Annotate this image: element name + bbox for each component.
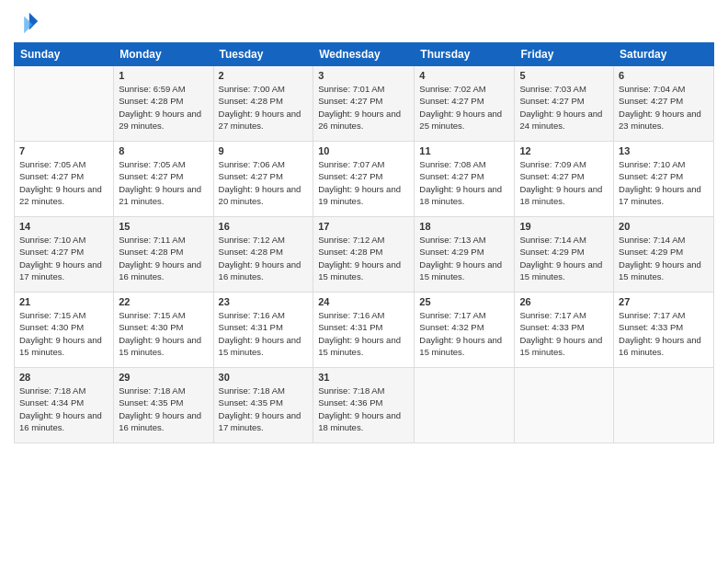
sunrise: Sunrise: 7:05 AM (119, 159, 185, 169)
day-of-week-header: Thursday (415, 43, 515, 66)
logo-icon (14, 9, 40, 35)
sunset: Sunset: 4:28 PM (219, 247, 283, 257)
calendar-day-cell: 9Sunrise: 7:06 AMSunset: 4:27 PMDaylight… (213, 142, 313, 217)
day-info: Sunrise: 7:18 AMSunset: 4:35 PMDaylight:… (219, 385, 309, 433)
sunrise: Sunrise: 7:18 AM (119, 385, 185, 396)
daylight: Daylight: 9 hours and 16 minutes. (619, 335, 701, 357)
daylight: Daylight: 9 hours and 15 minutes. (19, 335, 102, 357)
calendar-day-cell: 22Sunrise: 7:15 AMSunset: 4:30 PMDayligh… (114, 293, 213, 368)
calendar-day-cell: 14Sunrise: 7:10 AMSunset: 4:27 PMDayligh… (15, 217, 114, 293)
calendar-day-cell: 15Sunrise: 7:11 AMSunset: 4:28 PMDayligh… (114, 217, 213, 293)
page: SundayMondayTuesdayWednesdayThursdayFrid… (0, 0, 728, 563)
calendar-day-cell: 27Sunrise: 7:17 AMSunset: 4:33 PMDayligh… (614, 293, 714, 368)
sunset: Sunset: 4:27 PM (419, 96, 483, 106)
day-info: Sunrise: 7:14 AMSunset: 4:29 PMDaylight:… (619, 234, 709, 282)
sunrise: Sunrise: 7:03 AM (519, 84, 586, 94)
day-info: Sunrise: 7:05 AMSunset: 4:27 PMDaylight:… (19, 158, 108, 207)
day-number: 30 (219, 372, 309, 383)
sunset: Sunset: 4:27 PM (318, 171, 382, 181)
day-number: 1 (119, 70, 208, 81)
calendar-day-cell (515, 368, 614, 443)
calendar-day-cell: 3Sunrise: 7:01 AMSunset: 4:27 PMDaylight… (313, 66, 415, 142)
sunrise: Sunrise: 7:07 AM (318, 159, 384, 169)
daylight: Daylight: 9 hours and 16 minutes. (219, 259, 301, 282)
daylight: Daylight: 9 hours and 18 minutes. (419, 184, 502, 206)
daylight: Daylight: 9 hours and 15 minutes. (519, 335, 602, 357)
daylight: Daylight: 9 hours and 22 minutes. (19, 184, 102, 206)
calendar-day-cell: 1Sunrise: 6:59 AMSunset: 4:28 PMDaylight… (114, 66, 213, 142)
day-of-week-header: Tuesday (213, 43, 313, 66)
calendar-day-cell: 21Sunrise: 7:15 AMSunset: 4:30 PMDayligh… (15, 293, 114, 368)
calendar-day-cell: 28Sunrise: 7:18 AMSunset: 4:34 PMDayligh… (15, 368, 114, 443)
day-number: 4 (419, 70, 509, 81)
sunrise: Sunrise: 7:18 AM (19, 385, 85, 396)
calendar-day-cell: 23Sunrise: 7:16 AMSunset: 4:31 PMDayligh… (213, 293, 313, 368)
sunset: Sunset: 4:30 PM (19, 322, 84, 332)
calendar-week-row: 1Sunrise: 6:59 AMSunset: 4:28 PMDaylight… (15, 66, 714, 142)
day-number: 5 (519, 70, 609, 81)
day-info: Sunrise: 7:05 AMSunset: 4:27 PMDaylight:… (119, 158, 208, 207)
daylight: Daylight: 9 hours and 17 minutes. (619, 184, 701, 206)
daylight: Daylight: 9 hours and 29 minutes. (119, 109, 201, 131)
daylight: Daylight: 9 hours and 17 minutes. (19, 259, 102, 282)
sunset: Sunset: 4:35 PM (119, 397, 183, 408)
sunset: Sunset: 4:28 PM (219, 96, 283, 106)
sunset: Sunset: 4:29 PM (419, 247, 483, 257)
sunrise: Sunrise: 7:00 AM (219, 84, 285, 94)
calendar-day-cell (614, 368, 714, 443)
calendar-day-cell: 24Sunrise: 7:16 AMSunset: 4:31 PMDayligh… (313, 293, 415, 368)
daylight: Daylight: 9 hours and 18 minutes. (519, 184, 602, 206)
sunrise: Sunrise: 7:01 AM (318, 84, 384, 94)
calendar-header: SundayMondayTuesdayWednesdayThursdayFrid… (15, 43, 714, 66)
sunset: Sunset: 4:27 PM (519, 96, 584, 106)
calendar-day-cell: 16Sunrise: 7:12 AMSunset: 4:28 PMDayligh… (213, 217, 313, 293)
daylight: Daylight: 9 hours and 15 minutes. (318, 259, 401, 282)
sunrise: Sunrise: 7:13 AM (419, 235, 485, 245)
sunset: Sunset: 4:29 PM (519, 247, 584, 257)
day-info: Sunrise: 7:16 AMSunset: 4:31 PMDaylight:… (318, 309, 409, 358)
sunset: Sunset: 4:27 PM (318, 96, 382, 106)
day-number: 27 (619, 296, 709, 307)
daylight: Daylight: 9 hours and 25 minutes. (419, 109, 502, 131)
day-info: Sunrise: 7:16 AMSunset: 4:31 PMDaylight:… (219, 309, 309, 358)
sunrise: Sunrise: 7:11 AM (119, 235, 185, 245)
day-number: 15 (119, 221, 208, 232)
sunset: Sunset: 4:29 PM (619, 247, 683, 257)
day-info: Sunrise: 7:17 AMSunset: 4:32 PMDaylight:… (419, 309, 509, 358)
calendar-day-cell: 7Sunrise: 7:05 AMSunset: 4:27 PMDaylight… (15, 142, 114, 217)
day-info: Sunrise: 7:11 AMSunset: 4:28 PMDaylight:… (119, 234, 208, 282)
sunrise: Sunrise: 7:14 AM (619, 235, 685, 245)
sunrise: Sunrise: 7:14 AM (519, 235, 586, 245)
sunset: Sunset: 4:28 PM (119, 96, 183, 106)
day-number: 6 (619, 70, 709, 81)
daylight: Daylight: 9 hours and 15 minutes. (619, 259, 701, 282)
day-number: 12 (519, 145, 609, 156)
sunrise: Sunrise: 7:08 AM (419, 159, 485, 169)
sunrise: Sunrise: 7:10 AM (619, 159, 685, 169)
sunset: Sunset: 4:30 PM (119, 322, 183, 332)
daylight: Daylight: 9 hours and 26 minutes. (318, 109, 401, 131)
calendar-day-cell: 11Sunrise: 7:08 AMSunset: 4:27 PMDayligh… (415, 142, 515, 217)
calendar-week-row: 14Sunrise: 7:10 AMSunset: 4:27 PMDayligh… (15, 217, 714, 293)
daylight: Daylight: 9 hours and 15 minutes. (219, 335, 301, 357)
day-info: Sunrise: 7:03 AMSunset: 4:27 PMDaylight:… (519, 83, 609, 132)
calendar-day-cell: 29Sunrise: 7:18 AMSunset: 4:35 PMDayligh… (114, 368, 213, 443)
day-number: 28 (19, 372, 108, 383)
day-info: Sunrise: 7:10 AMSunset: 4:27 PMDaylight:… (19, 234, 108, 282)
sunrise: Sunrise: 7:16 AM (219, 310, 285, 320)
calendar-day-cell (15, 66, 114, 142)
calendar-day-cell (415, 368, 515, 443)
day-info: Sunrise: 7:04 AMSunset: 4:27 PMDaylight:… (619, 83, 709, 132)
daylight: Daylight: 9 hours and 20 minutes. (219, 184, 301, 206)
sunset: Sunset: 4:33 PM (519, 322, 584, 332)
day-number: 14 (19, 221, 108, 232)
sunset: Sunset: 4:27 PM (619, 96, 683, 106)
day-number: 2 (219, 70, 309, 81)
day-info: Sunrise: 6:59 AMSunset: 4:28 PMDaylight:… (119, 83, 208, 132)
sunrise: Sunrise: 7:17 AM (519, 310, 586, 320)
daylight: Daylight: 9 hours and 17 minutes. (219, 410, 301, 432)
daylight: Daylight: 9 hours and 24 minutes. (519, 109, 602, 131)
sunrise: Sunrise: 7:16 AM (318, 310, 384, 320)
sunrise: Sunrise: 7:18 AM (318, 385, 384, 396)
sunrise: Sunrise: 7:17 AM (619, 310, 685, 320)
